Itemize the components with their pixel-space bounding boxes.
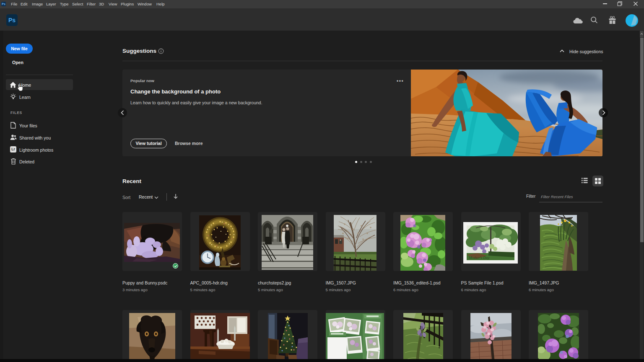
svg-text:Mother's Day: Mother's Day xyxy=(468,256,489,260)
